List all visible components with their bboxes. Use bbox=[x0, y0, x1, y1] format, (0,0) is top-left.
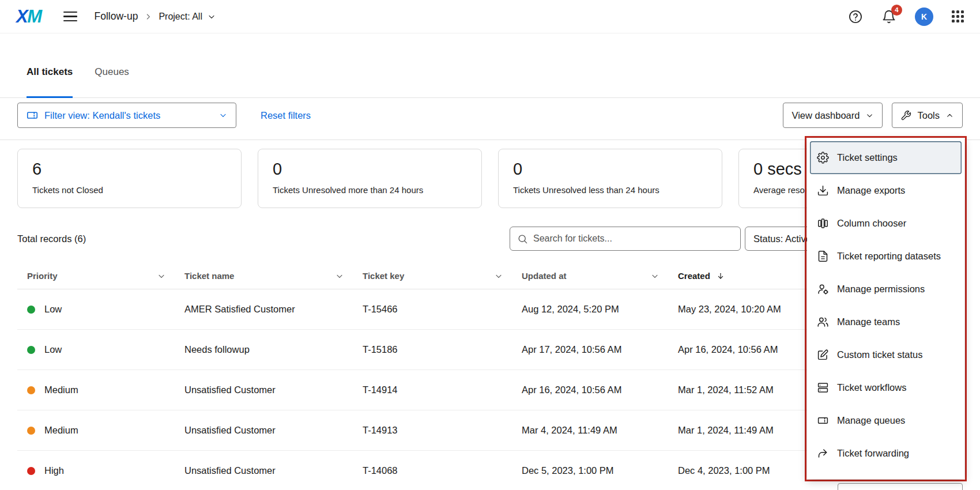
tab-all-tickets[interactable]: All tickets bbox=[27, 51, 73, 98]
priority-label: High bbox=[44, 465, 64, 476]
xm-logo[interactable]: X M bbox=[16, 6, 42, 27]
menu-item-label: Manage queues bbox=[837, 415, 905, 426]
menu-item-ticket-forwarding[interactable]: Ticket forwarding bbox=[810, 437, 962, 470]
ticket-name-cell: Unsatisfied Customer bbox=[184, 425, 363, 436]
ticket-key-cell: T-14068 bbox=[363, 465, 522, 476]
hamburger-menu-icon[interactable] bbox=[63, 12, 77, 22]
menu-item-manage-teams[interactable]: Manage teams bbox=[810, 306, 962, 338]
avatar[interactable]: K bbox=[915, 7, 933, 26]
tab-queues[interactable]: Queues bbox=[95, 51, 129, 98]
reset-filters-link[interactable]: Reset filters bbox=[261, 110, 311, 121]
menu-item-manage-exports[interactable]: Manage exports bbox=[810, 174, 962, 207]
ticket-name-cell: Unsatisfied Customer bbox=[184, 385, 363, 395]
menu-item-label: Ticket workflows bbox=[837, 382, 906, 393]
project-selector-label: Project: All bbox=[159, 12, 202, 22]
ticket-name-cell: AMER Satisfied Customer bbox=[184, 304, 363, 315]
priority-cell: High bbox=[27, 465, 184, 476]
chevron-down-icon[interactable] bbox=[157, 272, 166, 281]
ticket-search bbox=[510, 227, 741, 251]
stat-label: Tickets not Closed bbox=[32, 185, 227, 195]
project-selector[interactable]: Project: All bbox=[159, 12, 216, 22]
priority-dot bbox=[27, 306, 35, 314]
logo-letter-x: X bbox=[16, 6, 27, 27]
ticket-key-cell: T-15466 bbox=[363, 304, 522, 315]
wrench-icon bbox=[900, 110, 911, 121]
ticket-key-cell: T-14913 bbox=[363, 425, 522, 436]
sort-descending-icon[interactable] bbox=[716, 272, 725, 281]
updated-at-cell: Apr 16, 2024, 10:56 AM bbox=[522, 385, 678, 395]
menu-item-label: Manage permissions bbox=[837, 284, 925, 295]
tools-button[interactable]: Tools bbox=[892, 103, 963, 128]
breadcrumb: Follow-up Project: All bbox=[95, 10, 216, 22]
menu-item-label: Column chooser bbox=[837, 218, 906, 229]
view-dashboard-button[interactable]: View dashboard bbox=[783, 103, 883, 128]
priority-cell: Low bbox=[27, 344, 184, 355]
priority-dot bbox=[27, 346, 35, 354]
updated-at-cell: Mar 4, 2024, 11:49 AM bbox=[522, 425, 678, 436]
menu-item-ticket-reporting-datasets[interactable]: Ticket reporting datasets bbox=[810, 240, 962, 273]
menu-item-column-chooser[interactable]: Column chooser bbox=[810, 207, 962, 240]
column-label: Priority bbox=[27, 271, 58, 281]
download-icon bbox=[817, 184, 829, 197]
menu-item-label: Manage exports bbox=[837, 185, 905, 196]
ticket-key-cell: T-15186 bbox=[363, 344, 522, 355]
forward-icon bbox=[817, 447, 829, 459]
annotation-highlight-box: Ticket settings Manage exports Column ch… bbox=[805, 136, 967, 481]
stat-value: 6 bbox=[32, 158, 227, 180]
ticket-name-cell: Needs followup bbox=[184, 344, 363, 355]
chevron-down-icon[interactable] bbox=[494, 272, 503, 281]
tab-bar: All tickets Queues bbox=[0, 51, 980, 98]
breadcrumb-section[interactable]: Follow-up bbox=[95, 10, 138, 22]
notifications-button[interactable]: 4 bbox=[881, 9, 896, 24]
stat-value: 0 bbox=[273, 158, 467, 180]
menu-item-label: Ticket reporting datasets bbox=[837, 251, 941, 262]
gear-icon bbox=[817, 152, 829, 164]
top-navigation-bar: X M Follow-up Project: All 4 K bbox=[0, 0, 980, 33]
ticket-key-cell: T-14914 bbox=[363, 385, 522, 395]
chevron-right-icon bbox=[144, 12, 153, 21]
ticket-icon bbox=[817, 414, 829, 427]
menu-item-label: Ticket forwarding bbox=[837, 448, 909, 459]
column-header-ticket-key[interactable]: Ticket key bbox=[363, 271, 522, 281]
priority-label: Medium bbox=[44, 385, 78, 395]
column-label: Created bbox=[678, 271, 710, 281]
menu-item-ticket-settings[interactable]: Ticket settings bbox=[810, 141, 962, 174]
chevron-down-icon[interactable] bbox=[335, 272, 344, 281]
column-label: Updated at bbox=[522, 271, 567, 281]
priority-dot bbox=[27, 467, 35, 475]
menu-item-manage-queues[interactable]: Manage queues bbox=[810, 404, 962, 437]
chevron-down-icon[interactable] bbox=[650, 272, 659, 281]
tools-dropdown-menu: Ticket settings Manage exports Column ch… bbox=[807, 138, 964, 479]
filter-view-dropdown[interactable]: Filter view: Kendall's tickets bbox=[17, 103, 236, 128]
priority-label: Low bbox=[44, 344, 62, 355]
menu-item-custom-ticket-status[interactable]: Custom ticket status bbox=[810, 338, 962, 371]
status-filter-label: Status: Active bbox=[753, 233, 811, 244]
filter-bar: Filter view: Kendall's tickets Reset fil… bbox=[17, 103, 963, 128]
priority-cell: Medium bbox=[27, 425, 184, 436]
partial-button[interactable] bbox=[838, 483, 963, 490]
notifications-count-badge: 4 bbox=[891, 5, 902, 16]
menu-item-label: Custom ticket status bbox=[837, 349, 923, 360]
top-actions: 4 K bbox=[848, 7, 964, 26]
avatar-initial: K bbox=[921, 12, 927, 21]
column-label: Ticket key bbox=[363, 271, 404, 281]
app-grid-icon[interactable] bbox=[952, 10, 964, 22]
stat-label: Tickets Unresolved less than 24 hours bbox=[513, 185, 707, 195]
help-icon bbox=[848, 9, 863, 24]
column-label: Ticket name bbox=[184, 271, 234, 281]
logo-letter-m: M bbox=[27, 6, 41, 27]
column-header-priority[interactable]: Priority bbox=[27, 271, 184, 281]
filter-bar-actions: View dashboard Tools bbox=[783, 103, 963, 128]
help-button[interactable] bbox=[848, 9, 863, 24]
column-header-ticket-name[interactable]: Ticket name bbox=[184, 271, 363, 281]
workflow-icon bbox=[817, 382, 829, 394]
edit-icon bbox=[817, 349, 829, 361]
view-dashboard-label: View dashboard bbox=[791, 110, 860, 121]
menu-item-ticket-workflows[interactable]: Ticket workflows bbox=[810, 371, 962, 404]
stat-value: 0 bbox=[513, 158, 707, 180]
column-header-updated-at[interactable]: Updated at bbox=[522, 271, 678, 281]
search-input[interactable] bbox=[533, 233, 733, 244]
chevron-down-icon bbox=[207, 12, 216, 21]
menu-item-manage-permissions[interactable]: Manage permissions bbox=[810, 273, 962, 306]
file-report-icon bbox=[817, 250, 829, 262]
